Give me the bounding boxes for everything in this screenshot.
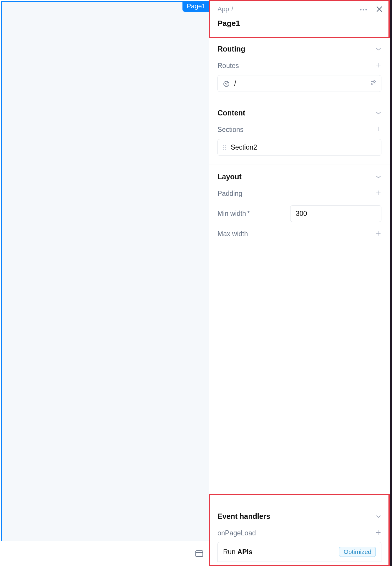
route-icon (222, 80, 230, 87)
svg-point-18 (225, 147, 226, 148)
drag-handle-icon[interactable] (222, 144, 227, 151)
breadcrumb-separator: / (231, 5, 233, 13)
chevron-down-icon (376, 175, 381, 179)
plus-icon (375, 125, 381, 134)
route-settings-button[interactable] (370, 79, 377, 88)
layout-section: Layout Padding Min width* Max width (209, 165, 390, 505)
viewport-icon[interactable] (195, 550, 203, 557)
properties-panel: App / Page1 Routing Routes (209, 0, 392, 566)
route-entry[interactable]: / (217, 75, 381, 92)
padding-label: Padding (217, 190, 242, 198)
close-button[interactable] (376, 5, 383, 14)
padding-row: Padding (217, 189, 381, 198)
breadcrumb[interactable]: App / (217, 5, 382, 13)
breadcrumb-root[interactable]: App (217, 5, 229, 13)
more-options-button[interactable] (359, 7, 368, 12)
add-route-button[interactable] (375, 62, 381, 70)
events-title: Event handlers (217, 512, 270, 521)
add-padding-button[interactable] (375, 189, 381, 198)
svg-rect-11 (374, 81, 375, 82)
content-header[interactable]: Content (217, 109, 381, 117)
onpageload-label: onPageLoad (217, 529, 256, 537)
svg-point-3 (363, 9, 364, 11)
routes-label: Routes (217, 62, 239, 70)
add-section-button[interactable] (375, 125, 381, 134)
minwidth-label: Min width* (217, 210, 250, 218)
sections-label-row: Sections (217, 125, 381, 134)
routing-title: Routing (217, 45, 245, 53)
maxwidth-row: Max width (217, 230, 381, 238)
routing-section: Routing Routes / (209, 37, 390, 101)
chevron-down-icon (376, 515, 381, 518)
minwidth-input[interactable] (290, 205, 381, 222)
plus-icon (375, 62, 381, 70)
route-value: / (234, 80, 236, 87)
layout-title: Layout (217, 173, 242, 181)
event-handler-label: Run APIs (223, 548, 253, 556)
close-icon (376, 6, 383, 13)
sections-label: Sections (217, 126, 243, 134)
section-entry[interactable]: Section2 (217, 139, 381, 156)
svg-rect-0 (196, 551, 203, 557)
layout-header[interactable]: Layout (217, 173, 381, 181)
maxwidth-label: Max width (217, 230, 248, 238)
content-section: Content Sections Section2 (209, 101, 390, 165)
header-actions (359, 5, 383, 14)
chevron-down-icon (376, 47, 381, 51)
onpageload-label-row: onPageLoad (217, 529, 381, 537)
svg-point-15 (223, 145, 224, 146)
event-handler-entry[interactable]: Run APIs Optimized (217, 542, 381, 562)
svg-point-16 (225, 145, 226, 146)
canvas-bottom-bar (0, 542, 210, 565)
section-name: Section2 (231, 143, 257, 151)
panel-header: App / Page1 (209, 0, 390, 37)
optimized-badge: Optimized (339, 547, 376, 557)
page-title: Page1 (217, 19, 382, 28)
minwidth-row: Min width* (217, 205, 381, 222)
svg-point-4 (366, 9, 367, 11)
plus-icon (375, 230, 381, 238)
chevron-down-icon (376, 111, 381, 115)
event-handlers-section: Event handlers onPageLoad Run APIs Optim… (209, 505, 390, 566)
content-title: Content (217, 109, 245, 117)
svg-rect-12 (372, 83, 373, 85)
svg-point-19 (223, 149, 224, 150)
routing-header[interactable]: Routing (217, 45, 381, 53)
canvas-selection-badge[interactable]: Page1 (182, 1, 210, 12)
svg-point-17 (223, 147, 224, 148)
routes-label-row: Routes (217, 62, 381, 70)
svg-point-20 (225, 149, 226, 150)
sliders-icon (370, 79, 377, 88)
add-event-handler-button[interactable] (375, 529, 381, 537)
plus-icon (375, 189, 381, 198)
plus-icon (375, 529, 381, 537)
svg-point-2 (360, 9, 362, 11)
events-header[interactable]: Event handlers (217, 512, 381, 521)
canvas-area[interactable]: Page1 (1, 1, 210, 541)
more-horizontal-icon (360, 7, 367, 12)
add-maxwidth-button[interactable] (375, 230, 381, 238)
